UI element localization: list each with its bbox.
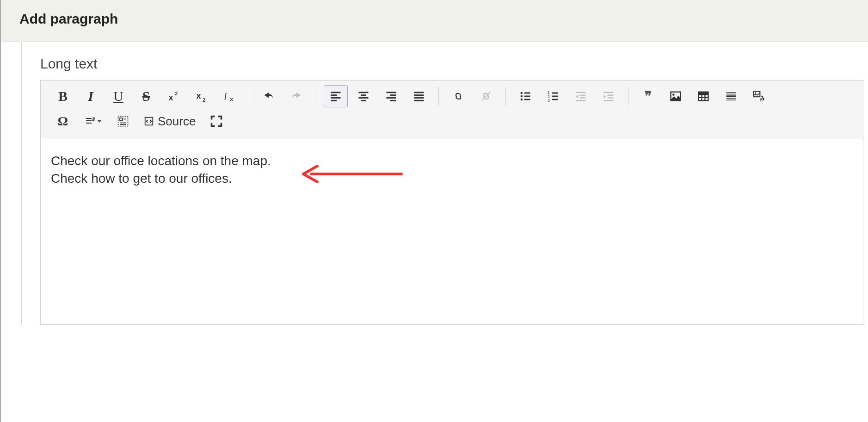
svg-text:✕: ✕ xyxy=(229,96,234,103)
source-label: Source xyxy=(158,114,196,129)
svg-text:あ: あ xyxy=(92,117,95,121)
remove-format-button[interactable]: I✕ xyxy=(217,85,241,107)
indent-button[interactable] xyxy=(597,85,621,107)
numbered-list-button[interactable]: 123 xyxy=(541,85,565,107)
superscript-button[interactable]: x2 xyxy=(162,85,186,107)
separator xyxy=(505,87,506,106)
content-line: Check our office locations on the map. xyxy=(51,152,853,170)
special-char-button[interactable]: Ω xyxy=(51,110,75,132)
underline-button[interactable]: U xyxy=(106,85,130,107)
link-button[interactable] xyxy=(446,85,470,107)
content-line: Check how to get to our offices. xyxy=(51,170,853,187)
svg-rect-50 xyxy=(699,92,708,95)
svg-text:2: 2 xyxy=(203,97,205,103)
align-right-button[interactable] xyxy=(379,85,403,107)
svg-text:2: 2 xyxy=(175,91,178,96)
rich-text-editor: B I U S x2 x2 I✕ xyxy=(40,80,863,325)
editor-content-area[interactable]: Check our office locations on the map. C… xyxy=(41,139,863,324)
blockquote-button[interactable]: ❞ xyxy=(636,85,660,107)
svg-text:I: I xyxy=(223,92,227,101)
separator xyxy=(316,87,316,106)
align-center-button[interactable] xyxy=(351,85,376,107)
separator xyxy=(438,87,439,106)
separator xyxy=(628,87,628,106)
bold-button[interactable]: B xyxy=(51,85,75,107)
italic-button[interactable]: I xyxy=(79,85,103,107)
language-button[interactable]: あ xyxy=(79,110,107,132)
media-button[interactable] xyxy=(747,85,771,107)
svg-text:3: 3 xyxy=(548,99,550,103)
horizontal-rule-button[interactable] xyxy=(719,85,743,107)
table-button[interactable] xyxy=(691,85,715,107)
source-button[interactable]: Source xyxy=(139,110,201,132)
undo-button[interactable] xyxy=(257,85,281,107)
align-left-button[interactable] xyxy=(324,85,348,107)
svg-text:x: x xyxy=(168,93,173,102)
strikethrough-button[interactable]: S xyxy=(134,85,158,107)
page-title: Add paragraph xyxy=(19,11,850,27)
svg-text:x: x xyxy=(196,91,201,100)
maximize-button[interactable] xyxy=(204,110,228,132)
panel: Add paragraph Long text B I U S x2 x2 xyxy=(0,0,868,422)
separator xyxy=(249,87,249,106)
header: Add paragraph xyxy=(1,0,868,42)
editor-toolbar: B I U S x2 x2 I✕ xyxy=(41,81,863,139)
bullet-list-button[interactable] xyxy=(513,85,537,107)
outdent-button[interactable] xyxy=(569,85,593,107)
svg-point-57 xyxy=(755,93,757,94)
redo-button[interactable] xyxy=(284,85,308,107)
align-justify-button[interactable] xyxy=(407,85,431,107)
subscript-button[interactable]: x2 xyxy=(190,85,214,107)
svg-point-23 xyxy=(521,92,523,94)
unlink-button[interactable] xyxy=(474,85,498,107)
field-label: Long text xyxy=(40,56,863,72)
chevron-down-icon xyxy=(97,120,102,123)
svg-point-44 xyxy=(672,93,675,96)
field-container: Long text B I U S x2 x2 I✕ xyxy=(21,42,868,325)
show-blocks-button[interactable] xyxy=(111,110,135,132)
svg-rect-63 xyxy=(120,118,123,121)
svg-point-25 xyxy=(521,99,523,101)
svg-point-24 xyxy=(521,95,523,98)
image-button[interactable] xyxy=(664,85,688,107)
